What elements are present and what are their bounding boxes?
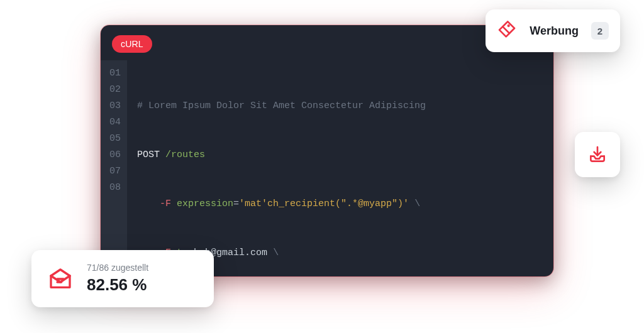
param-value: 'mat'ch_recipient(".*@myapp")' <box>239 199 409 209</box>
code-comment: # Lorem Ipsum Dolor Sit Amet Consectetur… <box>137 101 426 111</box>
line-continuation: \ <box>414 199 420 209</box>
line-number: 08 <box>107 180 121 196</box>
stats-text: 71/86 zugestellt 82.56 % <box>87 263 148 295</box>
stats-subtitle: 71/86 zugestellt <box>87 263 148 273</box>
line-number: 05 <box>107 131 121 147</box>
svg-point-0 <box>508 25 509 26</box>
line-number: 02 <box>107 82 121 98</box>
line-continuation: \ <box>273 248 279 258</box>
code-window: cURL 01 02 03 04 05 06 07 08 # Lorem Ips… <box>101 25 553 276</box>
line-number: 04 <box>107 114 121 131</box>
line-number: 01 <box>107 65 121 82</box>
line-number: 03 <box>107 98 121 114</box>
http-method: POST <box>137 150 160 160</box>
http-path: /routes <box>165 150 205 160</box>
open-mail-icon <box>48 266 73 292</box>
line-number: 07 <box>107 163 121 180</box>
delivery-stats-card[interactable]: 71/86 zugestellt 82.56 % <box>31 250 214 307</box>
line-number-gutter: 01 02 03 04 05 06 07 08 <box>101 60 127 276</box>
download-card[interactable] <box>575 132 620 177</box>
flag: -F <box>160 199 171 209</box>
tag-count-badge: 2 <box>591 22 609 40</box>
tags-icon <box>497 21 517 41</box>
code-lines[interactable]: # Lorem Ipsum Dolor Sit Amet Consectetur… <box>127 60 437 276</box>
language-badge[interactable]: cURL <box>112 35 152 53</box>
stats-value: 82.56 % <box>87 275 148 295</box>
download-tray-icon <box>587 145 608 165</box>
tag-card[interactable]: Werbung 2 <box>486 9 620 52</box>
tag-label: Werbung <box>530 25 579 38</box>
param-name: expression <box>177 199 233 209</box>
code-body: 01 02 03 04 05 06 07 08 # Lorem Ipsum Do… <box>101 60 553 276</box>
line-number: 06 <box>107 147 121 163</box>
